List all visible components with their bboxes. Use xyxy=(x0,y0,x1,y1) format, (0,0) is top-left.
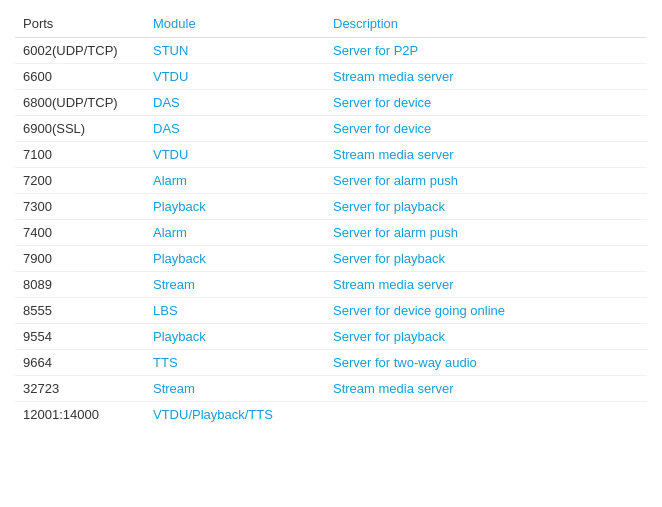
table-row: 6600VTDUStream media server xyxy=(15,64,647,90)
cell-port: 7400 xyxy=(15,220,145,246)
cell-port: 32723 xyxy=(15,376,145,402)
cell-module: VTDU/Playback/TTS xyxy=(145,402,325,428)
table-row: 8089StreamStream media server xyxy=(15,272,647,298)
cell-port: 8089 xyxy=(15,272,145,298)
header-module: Module xyxy=(145,10,325,38)
table-row: 7300PlaybackServer for playback xyxy=(15,194,647,220)
cell-description: Server for alarm push xyxy=(325,220,647,246)
table-header-row: Ports Module Description xyxy=(15,10,647,38)
table-row: 7100VTDUStream media server xyxy=(15,142,647,168)
cell-description: Server for alarm push xyxy=(325,168,647,194)
cell-port: 8555 xyxy=(15,298,145,324)
cell-port: 7900 xyxy=(15,246,145,272)
cell-description: Server for device xyxy=(325,90,647,116)
cell-module: VTDU xyxy=(145,142,325,168)
cell-port: 6600 xyxy=(15,64,145,90)
cell-module: Playback xyxy=(145,246,325,272)
cell-port: 7100 xyxy=(15,142,145,168)
cell-module: Playback xyxy=(145,194,325,220)
cell-port: 9664 xyxy=(15,350,145,376)
table-row: 9554PlaybackServer for playback xyxy=(15,324,647,350)
cell-module: Alarm xyxy=(145,220,325,246)
cell-module: VTDU xyxy=(145,64,325,90)
cell-port: 9554 xyxy=(15,324,145,350)
cell-port: 6800(UDP/TCP) xyxy=(15,90,145,116)
cell-module: Stream xyxy=(145,272,325,298)
header-ports: Ports xyxy=(15,10,145,38)
cell-module: Playback xyxy=(145,324,325,350)
table-row: 7400AlarmServer for alarm push xyxy=(15,220,647,246)
table-row: 9664TTSServer for two-way audio xyxy=(15,350,647,376)
cell-port: 7200 xyxy=(15,168,145,194)
cell-description: Server for two-way audio xyxy=(325,350,647,376)
cell-description: Stream media server xyxy=(325,376,647,402)
table-row: 12001:14000VTDU/Playback/TTS xyxy=(15,402,647,428)
cell-module: Alarm xyxy=(145,168,325,194)
cell-port: 12001:14000 xyxy=(15,402,145,428)
cell-module: STUN xyxy=(145,38,325,64)
cell-port: 6002(UDP/TCP) xyxy=(15,38,145,64)
cell-description: Stream media server xyxy=(325,64,647,90)
table-row: 6002(UDP/TCP)STUNServer for P2P xyxy=(15,38,647,64)
cell-module: DAS xyxy=(145,90,325,116)
cell-description: Stream media server xyxy=(325,272,647,298)
cell-description: Server for playback xyxy=(325,246,647,272)
cell-description: Server for P2P xyxy=(325,38,647,64)
ports-table: Ports Module Description 6002(UDP/TCP)ST… xyxy=(15,10,647,427)
header-description: Description xyxy=(325,10,647,38)
cell-description xyxy=(325,402,647,428)
cell-module: LBS xyxy=(145,298,325,324)
cell-description: Server for playback xyxy=(325,194,647,220)
cell-module: DAS xyxy=(145,116,325,142)
cell-port: 6900(SSL) xyxy=(15,116,145,142)
table-row: 32723StreamStream media server xyxy=(15,376,647,402)
cell-module: Stream xyxy=(145,376,325,402)
cell-description: Stream media server xyxy=(325,142,647,168)
table-row: 6900(SSL)DASServer for device xyxy=(15,116,647,142)
table-row: 8555LBSServer for device going online xyxy=(15,298,647,324)
cell-module: TTS xyxy=(145,350,325,376)
table-row: 6800(UDP/TCP)DASServer for device xyxy=(15,90,647,116)
table-row: 7900PlaybackServer for playback xyxy=(15,246,647,272)
cell-description: Server for playback xyxy=(325,324,647,350)
cell-description: Server for device going online xyxy=(325,298,647,324)
cell-description: Server for device xyxy=(325,116,647,142)
table-row: 7200AlarmServer for alarm push xyxy=(15,168,647,194)
cell-port: 7300 xyxy=(15,194,145,220)
